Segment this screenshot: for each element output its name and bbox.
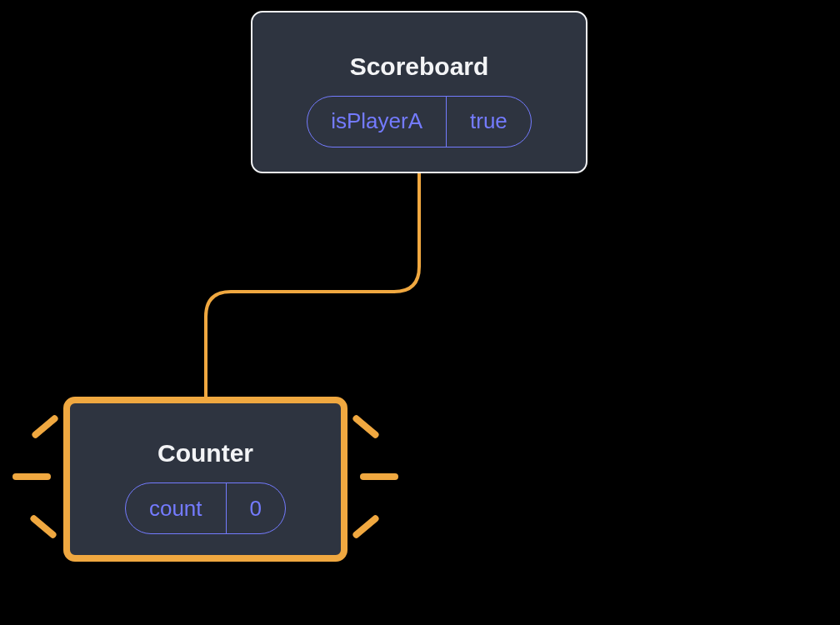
- node-title: Counter: [158, 439, 253, 468]
- state-value: 0: [227, 483, 285, 533]
- diagram-canvas: Scoreboard isPlayerA true Counter count …: [0, 0, 840, 625]
- node-counter: Counter count 0: [63, 397, 348, 562]
- emphasis-ray: [29, 514, 58, 540]
- state-pill: isPlayerA true: [307, 96, 532, 148]
- state-key: isPlayerA: [308, 97, 447, 147]
- emphasis-ray: [352, 514, 380, 540]
- emphasis-ray: [12, 473, 51, 480]
- state-value: true: [447, 97, 531, 147]
- state-key: count: [126, 483, 227, 533]
- node-title: Scoreboard: [350, 52, 489, 81]
- emphasis-ray: [31, 414, 59, 440]
- node-scoreboard: Scoreboard isPlayerA true: [251, 11, 588, 173]
- state-pill: count 0: [125, 482, 286, 534]
- emphasis-ray: [360, 473, 398, 480]
- emphasis-ray: [352, 414, 380, 440]
